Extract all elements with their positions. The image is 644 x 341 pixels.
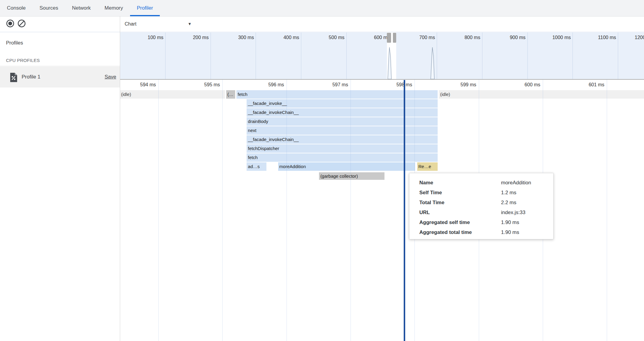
flame-tick-label: 597 ms — [312, 82, 348, 88]
toolbar-separator — [0, 32, 644, 32]
tooltip-row: Total Time2.2 ms — [419, 198, 553, 207]
tooltip-row: NamemoreAddition — [419, 178, 553, 188]
tooltip-value: 1.90 ms — [501, 220, 519, 225]
flame-frame-drainbody[interactable]: drainBody — [247, 117, 438, 126]
flame-frame--facade-invokechain-[interactable]: __facade_invokeChain__ — [247, 135, 438, 144]
profile-document-icon — [10, 72, 18, 82]
flame-tick-label: 595 ms — [184, 82, 220, 88]
flame-tick-label: 599 ms — [440, 82, 476, 88]
flame-frame-fetchdispatcher[interactable]: fetchDispatcher — [247, 144, 438, 153]
overview-timeline[interactable]: 100 ms200 ms300 ms400 ms500 ms600 ms700 … — [120, 32, 644, 80]
tooltip-label: Aggregated self time — [419, 217, 501, 227]
view-mode-select[interactable]: Chart — [125, 16, 136, 32]
flame-frame-next[interactable]: next — [247, 126, 438, 135]
tooltip-value: moreAddition — [501, 180, 531, 186]
flame-tick-label: 600 ms — [504, 82, 540, 88]
tab-memory[interactable]: Memory — [98, 0, 130, 16]
flame-frame--facade-invokechain-[interactable]: __facade_invokeChain__ — [247, 108, 438, 117]
flame-frame--[interactable]: (… — [226, 90, 235, 99]
clear-button[interactable] — [17, 19, 26, 28]
tooltip-value: 2.2 ms — [501, 200, 516, 205]
flame-gridline — [158, 79, 159, 341]
flame-frame--garbage-collector-[interactable]: (garbage collector) — [319, 172, 384, 180]
devtools-profiler-panel: { "tabs": { "active": "Profiler", "items… — [0, 0, 644, 341]
flame-tick-label: 601 ms — [568, 82, 604, 88]
frame-tooltip: NamemoreAdditionSelf Time1.2 msTotal Tim… — [409, 173, 554, 239]
tooltip-value: 1.90 ms — [501, 229, 519, 235]
cpu-activity-spikes — [120, 32, 644, 79]
flame-frame--facade-invoke-[interactable]: __facade_invoke__ — [247, 99, 438, 108]
clear-icon — [17, 19, 26, 28]
flame-frame-ad-s[interactable]: ad…s — [247, 162, 266, 171]
tooltip-row: Aggregated total time1.90 ms — [419, 227, 553, 237]
tooltip-label: Self Time — [419, 188, 501, 198]
view-mode-label: Chart — [125, 21, 136, 27]
tab-network[interactable]: Network — [65, 0, 98, 16]
tab-sources[interactable]: Sources — [32, 0, 65, 16]
tooltip-row: Aggregated self time1.90 ms — [419, 217, 553, 227]
profile-list-item[interactable]: Profile 1 Save — [0, 66, 120, 88]
flame-frame-fetch[interactable]: fetch — [236, 90, 438, 99]
flame-tick-label: 596 ms — [248, 82, 284, 88]
tab-profiler[interactable]: Profiler — [130, 0, 160, 16]
chevron-down-icon: ▼ — [188, 22, 192, 26]
flame-tick-label: 598 ms — [376, 82, 412, 88]
tooltip-label: URL — [419, 207, 501, 217]
flame-frame--idle-[interactable]: (idle) — [120, 90, 225, 99]
record-button[interactable] — [6, 19, 14, 28]
flame-frame-moreaddition[interactable]: moreAddition — [278, 162, 415, 171]
tooltip-label: Name — [419, 178, 501, 188]
flame-frame-fetch[interactable]: fetch — [247, 153, 438, 162]
profiles-heading: Profiles — [6, 40, 23, 46]
record-icon — [6, 19, 14, 28]
flame-gridline — [351, 79, 351, 341]
devtools-tab-bar: ConsoleSourcesNetworkMemoryProfiler — [0, 0, 644, 17]
flame-tick-label: 594 ms — [120, 82, 156, 88]
playhead-cursor-line[interactable] — [404, 80, 405, 341]
tooltip-label: Aggregated total time — [419, 227, 501, 237]
flame-chart[interactable]: (idle)(…fetch(idle)__facade_invoke____fa… — [120, 90, 644, 341]
tooltip-value: index.js:33 — [501, 210, 525, 215]
flame-frame--idle-[interactable]: (idle) — [439, 90, 644, 99]
tab-console[interactable]: Console — [0, 0, 32, 16]
tooltip-row: Self Time1.2 ms — [419, 188, 553, 198]
section-separator — [0, 66, 120, 66]
flame-frame-re-e[interactable]: Re…e — [417, 162, 438, 171]
save-profile-link[interactable]: Save — [105, 66, 116, 88]
flame-gridline — [222, 79, 223, 341]
tooltip-label: Total Time — [419, 198, 501, 207]
flame-gridline — [287, 79, 287, 341]
tooltip-value: 1.2 ms — [501, 190, 516, 195]
cpu-profiles-section-label: CPU PROFILES — [6, 58, 40, 63]
profile-name: Profile 1 — [22, 66, 40, 88]
flame-gridline — [607, 79, 607, 341]
tooltip-row: URLindex.js:33 — [419, 207, 553, 217]
